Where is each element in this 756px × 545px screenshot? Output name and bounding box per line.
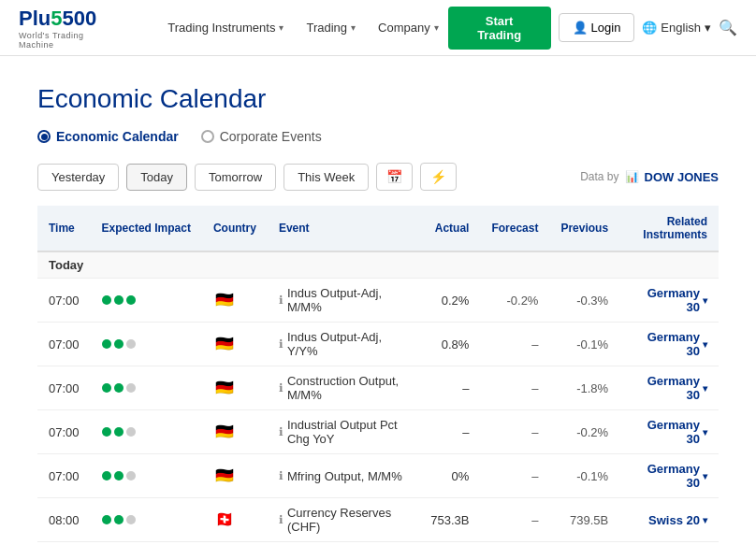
cell-instrument[interactable]: Swiss 20 ▾ [619, 498, 719, 542]
chevron-down-icon: ▾ [434, 22, 439, 33]
table-row: 07:00🇩🇪ℹIndustrial Output Pct Chg YoY––-… [37, 410, 719, 454]
info-icon: ℹ [279, 337, 284, 351]
cell-time: 08:30 [37, 542, 91, 546]
table-container: Time Expected Impact Country Event Actua… [37, 206, 719, 545]
table-row: 08:00🇨🇭ℹCurrency Reserves (CHF)753.3B–73… [37, 498, 719, 542]
impact-dot-active [102, 515, 111, 524]
search-button[interactable]: 🔍 [719, 19, 737, 36]
search-icon: 🔍 [719, 20, 737, 36]
page-title: Economic Calendar [37, 84, 719, 114]
chevron-down-icon: ▾ [703, 339, 707, 350]
cell-actual: 0.2% [419, 279, 480, 323]
country-flag-icon: 🇨🇭 [213, 512, 236, 527]
filter-icon: ⚡ [430, 169, 446, 184]
country-flag-icon: 🇩🇪 [213, 424, 236, 439]
impact-dot-active [102, 383, 111, 393]
economic-calendar-table: Time Expected Impact Country Event Actua… [37, 206, 719, 545]
cell-actual: – [419, 410, 480, 454]
impact-dot-active [114, 295, 124, 305]
tab-corporate-events[interactable]: Corporate Events [201, 129, 322, 144]
impact-dot-active [102, 471, 111, 480]
radio-inactive-icon [201, 130, 214, 143]
impact-dot-active [102, 427, 111, 437]
instrument-link[interactable]: Germany 30 ▾ [631, 418, 707, 446]
cell-instrument[interactable]: Germany 30 ▾ [619, 410, 719, 454]
chevron-down-icon: ▾ [279, 22, 284, 33]
instrument-link[interactable]: Germany 30 ▾ [631, 330, 707, 358]
filter-yesterday[interactable]: Yesterday [37, 164, 119, 191]
instrument-link[interactable]: Germany 30 ▾ [631, 374, 707, 402]
cell-impact [91, 498, 202, 542]
tab-row: Economic Calendar Corporate Events [37, 129, 719, 144]
cell-instrument[interactable]: Germany 30 ▾ [619, 279, 719, 323]
country-flag-icon: 🇩🇪 [213, 380, 236, 395]
th-previous: Previous [549, 206, 619, 251]
cell-country: 🇨🇭 [202, 498, 268, 542]
language-button[interactable]: 🌐 English ▾ [642, 21, 711, 35]
nav-company[interactable]: Company ▾ [369, 13, 448, 42]
globe-icon: 🌐 [642, 21, 657, 35]
login-button[interactable]: 👤 Login [559, 13, 635, 42]
country-flag-icon: 🇩🇪 [213, 468, 236, 483]
cell-instrument[interactable]: Germany 30 ▾ [619, 323, 719, 366]
radio-active-icon [37, 130, 51, 143]
th-event: Event [268, 206, 419, 251]
cell-forecast: – [480, 323, 549, 366]
cell-instrument[interactable]: Germany 30 ▾ [619, 366, 719, 410]
table-row: 07:00🇩🇪ℹConstruction Output, M/M%––-1.8%… [37, 366, 719, 410]
cell-country: 🇩🇪 [202, 323, 268, 366]
cell-impact [91, 542, 202, 546]
cell-instrument[interactable]: Germany 30 ▾ [619, 454, 719, 498]
filter-today[interactable]: Today [126, 164, 187, 191]
chevron-down-icon: ▾ [703, 383, 707, 394]
start-trading-button[interactable]: Start Trading [448, 7, 551, 50]
cell-time: 07:00 [37, 410, 91, 454]
cell-country: 🇩🇪 [202, 454, 268, 498]
tab-corporate-events-label: Corporate Events [220, 129, 322, 144]
cell-time: 07:00 [37, 323, 91, 366]
th-actual: Actual [419, 206, 480, 251]
nav-trading-instruments[interactable]: Trading Instruments ▾ [158, 13, 293, 42]
impact-dot-active [114, 383, 124, 393]
impact-dot-inactive [126, 339, 136, 349]
cell-forecast: – [480, 454, 549, 498]
cell-impact [91, 410, 202, 454]
country-flag-icon: 🇩🇪 [213, 337, 236, 351]
cell-actual: 753.3B [419, 498, 480, 542]
login-icon: 👤 [573, 21, 588, 35]
cell-previous: 739.5B [549, 498, 619, 542]
logo-sub: World's Trading Machine [19, 31, 121, 50]
cell-actual: – [419, 366, 480, 410]
calendar-icon: 📅 [386, 169, 402, 184]
logo[interactable]: Plu5500 World's Trading Machine [19, 7, 121, 50]
filter-this-week[interactable]: This Week [284, 164, 369, 191]
filter-tomorrow[interactable]: Tomorrow [195, 164, 276, 191]
impact-dot-active [126, 295, 136, 305]
cell-previous: -0.1% [549, 454, 619, 498]
cell-country: 🇩🇪 [202, 279, 268, 323]
table-row: 07:00🇩🇪ℹMfring Output, M/M%0%–-0.1%Germa… [37, 454, 719, 498]
instrument-link[interactable]: Swiss 20 ▾ [631, 513, 707, 527]
nav-actions: Start Trading 👤 Login 🌐 English ▾ 🔍 [448, 7, 737, 50]
impact-dot-inactive [126, 471, 136, 480]
cell-event: ℹIndustrial Output Pct Chg YoY [268, 410, 419, 454]
tab-economic-calendar[interactable]: Economic Calendar [37, 129, 179, 144]
filter-icon-button[interactable]: ⚡ [420, 163, 457, 191]
info-icon: ℹ [279, 381, 284, 394]
cell-event: ℹForeign Reserves (USD) [268, 542, 419, 546]
tab-economic-calendar-label: Economic Calendar [56, 129, 179, 144]
instrument-link[interactable]: Germany 30 ▾ [631, 462, 707, 490]
table-row: 07:00🇩🇪ℹIndus Output-Adj, M/M%0.2%-0.2%-… [37, 279, 719, 323]
cell-forecast: -0.2% [480, 279, 549, 323]
cell-previous: -0.1% [549, 323, 619, 366]
cell-forecast: – [480, 410, 549, 454]
impact-dot-inactive [126, 427, 136, 437]
instrument-link[interactable]: Germany 30 ▾ [631, 286, 707, 314]
table-row: 08:30🇭🇰ℹForeign Reserves (USD)––426.4BUS… [37, 542, 719, 546]
calendar-button[interactable]: 📅 [376, 163, 413, 191]
cell-instrument[interactable]: USD/HKD [619, 542, 719, 546]
info-icon: ℹ [279, 425, 284, 438]
th-forecast: Forecast [480, 206, 549, 251]
nav-trading[interactable]: Trading ▾ [297, 13, 365, 42]
cell-actual: – [419, 542, 480, 546]
